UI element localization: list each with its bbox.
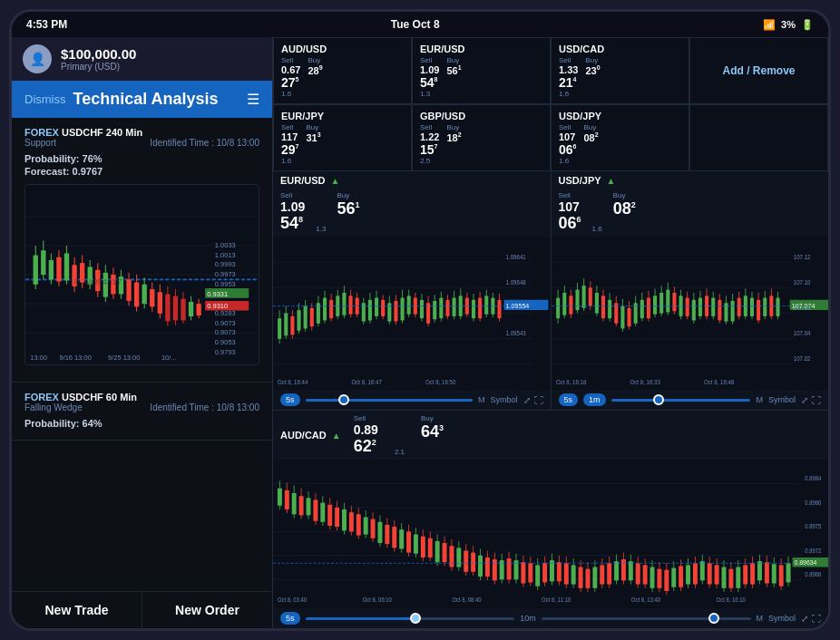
usdjpy-expand-icon1[interactable]: ⤢: [801, 395, 808, 405]
battery-icon: 🔋: [801, 19, 814, 31]
analysis1-pattern: Support: [24, 138, 56, 148]
ticker-usdcad[interactable]: USD/CAD Sell 1.33214 1.6 Buy 230: [551, 37, 689, 104]
add-remove-button[interactable]: Add / Remove: [722, 64, 795, 77]
analysis-card-2: FOREX USDCHF 60 Min Falling Wedge Identi…: [12, 383, 272, 441]
ticker-usdjpy-values: Sell 107066 1.6 Buy 082: [559, 123, 681, 165]
svg-text:Oct 8, 16:48: Oct 8, 16:48: [704, 379, 735, 385]
usdjpy-m-label: M: [756, 395, 763, 404]
audcad-timeframe-5s[interactable]: 5s: [280, 612, 300, 625]
usdjpy-expand-icon2[interactable]: ⛶: [812, 395, 821, 405]
usdjpy-timeframe-5s[interactable]: 5s: [559, 393, 579, 406]
ticker-audusd-values: Sell 0.67275 1.6 Buy 289: [281, 56, 404, 98]
audcad-symbol-label: Symbol: [768, 614, 796, 623]
chart-audcad-symbol: AUD/CAD: [280, 430, 327, 441]
audcad-expand-icon2[interactable]: ⛶: [812, 614, 821, 624]
ticker-audusd-buy: Buy 289: [308, 56, 322, 98]
svg-text:Oct 8, 08:40: Oct 8, 08:40: [452, 596, 482, 602]
eurusd-slider-thumb[interactable]: [338, 394, 349, 405]
svg-text:9/16 13:00: 9/16 13:00: [59, 354, 91, 362]
svg-text:1.09648: 1.09648: [506, 279, 526, 286]
svg-rect-241: [273, 460, 828, 608]
svg-text:107.02: 107.02: [793, 355, 810, 362]
chart-usdjpy-bidask: Sell 107066 1.6 Buy 082: [552, 189, 829, 237]
status-day: Tue Oct 8: [391, 18, 440, 31]
svg-text:1.0033: 1.0033: [215, 241, 236, 249]
svg-text:Oct 8, 16:44: Oct 8, 16:44: [278, 379, 308, 385]
audcad-m-label: M: [757, 614, 764, 623]
audcad-slider-thumb[interactable]: [410, 613, 421, 624]
usdjpy-expand: ⤢ ⛶: [801, 395, 821, 405]
panel-title: Technical Analysis: [73, 90, 219, 109]
status-right: 📶 3% 🔋: [763, 19, 814, 31]
account-info: $100,000.00 Primary (USD): [61, 46, 136, 72]
analysis2-stats: Probability: 64%: [24, 418, 259, 429]
ticker-audusd[interactable]: AUD/USD Sell 0.67275 1.6 Buy 289: [273, 37, 412, 104]
ticker-eurusd[interactable]: EUR/USD Sell 1.09548 1.3 Buy 561: [412, 37, 551, 104]
ticker-eurjpy-values: Sell 117297 1.6 Buy 313: [281, 123, 404, 165]
svg-text:13:00: 13:00: [30, 354, 47, 362]
ticker-eurjpy[interactable]: EUR/JPY Sell 117297 1.6 Buy 313: [273, 104, 412, 171]
chart-usdjpy-header: USD/JPY ▲: [552, 171, 829, 189]
svg-text:Oct 8, 06:10: Oct 8, 06:10: [363, 596, 393, 602]
menu-icon[interactable]: ☰: [247, 91, 259, 108]
chart-eurusd-arrow: ▲: [331, 176, 340, 186]
ticker-empty: [689, 104, 828, 171]
battery-level: 3%: [781, 19, 796, 30]
svg-text:0.8975: 0.8975: [805, 523, 822, 529]
device-frame: 4:53 PM Tue Oct 8 📶 3% 🔋 👤 $100,000.00 P…: [9, 9, 831, 631]
svg-text:Oct 8, 16:10: Oct 8, 16:10: [717, 596, 747, 602]
svg-text:1.0013: 1.0013: [215, 251, 236, 259]
chart-usdjpy-arrow: ▲: [607, 176, 616, 186]
eurusd-symbol-label: Symbol: [490, 395, 517, 404]
svg-text:Oct 8, 16:50: Oct 8, 16:50: [425, 379, 456, 385]
account-bar: 👤 $100,000.00 Primary (USD): [12, 37, 272, 81]
ticker-audusd-symbol: AUD/USD: [281, 44, 404, 54]
svg-text:Oct 8, 13:40: Oct 8, 13:40: [631, 596, 661, 602]
usdjpy-symbol-label: Symbol: [768, 395, 796, 404]
analysis1-probability: Probability: 76%: [24, 153, 259, 164]
analysis1-time: Identified Time : 10/8 13:00: [150, 138, 259, 148]
analysis2-type-pair: FOREX USDCHF 60 Min: [24, 392, 137, 402]
svg-text:0.9073: 0.9073: [215, 319, 236, 327]
eurusd-slider[interactable]: [306, 399, 473, 402]
new-order-button[interactable]: New Order: [142, 592, 272, 628]
ticker-gbpusd-symbol: GBP/USD: [420, 111, 542, 121]
svg-text:Oct 8, 16:18: Oct 8, 16:18: [556, 379, 587, 385]
chart-audcad-arrow: ▲: [332, 431, 341, 441]
svg-text:0.9993: 0.9993: [215, 260, 236, 268]
svg-text:1.09554: 1.09554: [506, 302, 530, 310]
svg-text:0.9953: 0.9953: [215, 280, 236, 288]
eurusd-m-label: M: [478, 395, 485, 404]
svg-text:0.8968: 0.8968: [805, 571, 822, 577]
usdjpy-slider[interactable]: [611, 399, 751, 402]
left-footer: New Trade New Order: [12, 591, 272, 628]
svg-text:1.09543: 1.09543: [506, 330, 526, 336]
audcad-slider2[interactable]: [542, 617, 751, 620]
audcad-expand-icon1[interactable]: ⤢: [801, 614, 808, 624]
new-trade-button[interactable]: New Trade: [12, 592, 142, 628]
dismiss-button[interactable]: Dismiss: [24, 92, 66, 106]
audcad-slider2-thumb[interactable]: [708, 613, 719, 624]
svg-text:1.09641: 1.09641: [506, 253, 526, 259]
svg-text:Oct 8, 03:40: Oct 8, 03:40: [278, 596, 308, 602]
eurusd-expand-icon2[interactable]: ⛶: [534, 395, 543, 405]
usdjpy-timeframe-button[interactable]: 1m: [583, 393, 606, 406]
audcad-slider[interactable]: [306, 617, 515, 620]
ticker-usdjpy-ticker[interactable]: USD/JPY Sell 107066 1.6 Buy 082: [551, 104, 689, 171]
main-content: 👤 $100,000.00 Primary (USD) Dismiss Tech…: [12, 37, 828, 628]
chart-audcad: AUD/CAD ▲ Sell 0.89622 2.1 Buy 643: [273, 411, 828, 628]
chart-eurusd-bidask: Sell 1.09548 1.3 Buy 561: [273, 189, 551, 237]
analysis2-pattern: Falling Wedge: [24, 402, 83, 412]
usdjpy-slider-thumb[interactable]: [653, 394, 664, 405]
eurusd-expand-icon1[interactable]: ⤢: [523, 395, 531, 405]
chart-usdjpy-symbol: USD/JPY: [559, 175, 601, 186]
status-time: 4:53 PM: [26, 18, 67, 31]
ticker-gbpusd[interactable]: GBP/USD Sell 1.22157 2.5 Buy 182: [412, 104, 551, 171]
status-bar: 4:53 PM Tue Oct 8 📶 3% 🔋: [12, 12, 828, 37]
chart-audcad-bidask: Sell 0.89622 2.1 Buy 643: [354, 414, 444, 456]
analysis1-chart: 1.0033 1.0013 0.9993 0.9973 0.9953 0.933…: [24, 184, 259, 365]
analysis2-probability: Probability: 64%: [24, 418, 259, 429]
chart-usdjpy: USD/JPY ▲ Sell 107066 1.6 Buy 082: [552, 171, 829, 410]
add-remove-cell[interactable]: Add / Remove: [689, 37, 828, 104]
eurusd-timeframe-button[interactable]: 5s: [280, 393, 300, 406]
